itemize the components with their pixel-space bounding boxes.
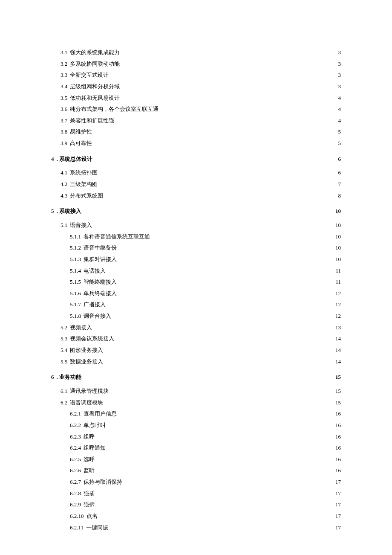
toc-entry-page: 10 [335,231,341,243]
toc-entry-page: 17 [335,488,341,500]
toc-entry-page: 7 [338,179,341,190]
toc-entry: 5.1.2语音中继备份10 [70,242,341,254]
toc-entry-title: 通讯录管理模块 [70,386,109,397]
toc-entry-number: 6.2.6 [70,465,81,477]
toc-entry-title: 强插 [84,488,95,500]
toc-entry-number: 5.1.7 [70,299,81,311]
toc-entry-number: 6.2.8 [70,488,81,500]
toc-entry-page: 8 [338,190,341,202]
toc-entry-page: 10 [335,220,341,231]
toc-entry-number: 6.2.3 [70,431,81,443]
toc-entry-title: 多系统协同联动功能 [70,58,120,70]
toc-entry-page: 3 [338,47,341,58]
toc-entry: 4.2三级架构图7 [61,179,341,190]
toc-entry-number: 4.3 [61,190,67,202]
toc-entry-title: 分布式系统图 [70,190,103,202]
toc-entry-title: 集群对讲接入 [84,254,117,265]
toc-entry-number: 5.1.6 [70,288,81,299]
toc-entry-page: 4 [338,104,341,115]
toc-entry-title: 组呼通知 [84,442,106,454]
toc-entry: 6.2.3组呼16 [70,431,341,443]
toc-entry: 6.2.4组呼通知16 [70,442,341,454]
toc-entry: 5.1.7广播接入12 [70,299,341,311]
toc-entry-page: 3 [338,58,341,70]
toc-entry: 3.7兼容性和扩展性强4 [61,115,341,127]
toc-entry-number: 3.6 [61,104,67,115]
toc-entry-number: 6.2.10 [70,511,84,522]
toc-entry-number: 5.4 [61,345,67,356]
toc-entry: 3.3全新交互式设计3 [61,70,341,81]
toc-entry: 4.3分布式系统图8 [61,190,341,202]
toc-entry-page: 16 [335,465,341,477]
toc-entry-number: 5.1 [61,220,67,231]
toc-entry: 5.1.8调音台接入12 [70,311,341,322]
toc-entry: 3.4层级组网和分权分域3 [61,81,341,93]
toc-entry-page: 5 [338,126,341,138]
toc-entry-page: 3 [338,70,341,81]
toc-entry-title: 智能终端接入 [84,276,117,288]
toc-entry-page: 4 [338,115,341,127]
toc-entry-title: 单点呼叫 [84,420,106,431]
toc-entry-title: 组呼 [84,431,95,443]
toc-entry-title: 单兵终端接入 [84,288,117,299]
toc-entry-page: 15 [335,386,341,397]
toc-entry-page: 3 [338,81,341,93]
toc-entry-page: 11 [335,276,341,288]
toc-entry-title: 一键同振 [86,522,108,534]
toc-entry: 6. 业务功能15 [51,372,341,383]
toc-entry-number: 5.2 [61,322,67,334]
toc-entry-number: 3.9 [61,138,67,149]
toc-entry-title: 全新交互式设计 [70,70,109,81]
toc-entry-page: 15 [335,397,341,409]
toc-entry-page: 6 [338,167,341,179]
toc-entry: 5. 系统接入10 [51,206,341,217]
toc-entry-title: 低功耗和无风扇设计 [70,93,120,104]
toc-entry-page: 17 [335,522,341,534]
toc-entry-number: 3.1 [61,47,67,58]
toc-entry-page: 14 [335,333,341,345]
toc-entry-title: 强拆 [84,499,95,511]
toc-entry: 6.2.1查看用户信息16 [70,408,341,420]
toc-entry-title: 查看用户信息 [84,408,117,420]
toc-entry-title: 语音中继备份 [84,242,117,254]
toc-entry-title: 各种语音通信系统互联互通 [84,231,150,243]
toc-entry-number: 5.1.8 [70,311,81,322]
toc-entry: 6.2.8强插17 [70,488,341,500]
toc-entry-page: 10 [335,206,341,217]
toc-entry-number: 6.2.11 [70,522,84,534]
toc-entry-number: 5 [51,206,54,217]
toc-entry-page: 16 [335,431,341,443]
toc-entry: 3.9高可靠性5 [61,138,341,149]
toc-entry-page: 17 [335,511,341,522]
toc-entry-title: 层级组网和分权分域 [70,81,120,93]
toc-entry-number: 5.5 [61,356,67,368]
toc-entry-number: 4.2 [61,179,67,190]
toc-entry-title: 选呼 [84,454,95,465]
toc-entry-number: 6.2.4 [70,442,81,454]
toc-entry: 4. 系统总体设计6 [51,154,341,165]
toc-entry-number: 3.5 [61,93,67,104]
toc-entry-title: 三级架构图 [70,179,98,190]
toc-entry-number: 5.3 [61,333,67,345]
toc-entry-title: 保持与取消保持 [84,477,122,488]
toc-entry-title: 纯分布式架构，各个会议室互联互通 [70,104,159,115]
toc-entry-title: . 系统接入 [57,206,82,217]
toc-entry-page: 16 [335,442,341,454]
toc-entry-page: 6 [338,154,341,165]
toc-entry-page: 17 [335,477,341,488]
toc-entry-title: 电话接入 [84,265,106,277]
toc-entry-number: 5.1.2 [70,242,81,254]
toc-entry: 6.2.10点名17 [70,511,341,522]
toc-entry-title: 高可靠性 [70,138,92,149]
toc-entry-page: 15 [335,372,341,383]
toc-entry: 5.2视频接入13 [61,322,341,334]
toc-entry-number: 6 [51,372,54,383]
toc-entry: 5.1.5智能终端接入11 [70,276,341,288]
toc-entry-number: 3.8 [61,126,67,138]
toc-entry-title: 系统拓扑图 [70,167,98,179]
toc-entry-number: 5.1.3 [70,254,81,265]
toc-entry: 5.1.1各种语音通信系统互联互通10 [70,231,341,243]
toc-entry-number: 5.1.4 [70,265,81,277]
toc-entry: 6.2.7保持与取消保持17 [70,477,341,488]
toc-entry-page: 12 [335,299,341,311]
